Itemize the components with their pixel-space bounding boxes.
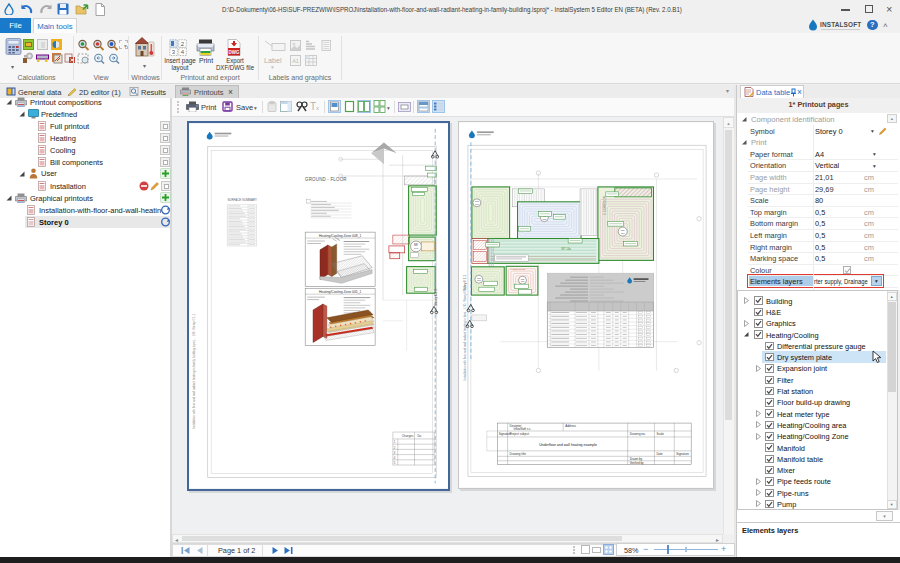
svg-text:Installation with floor and wa: Installation with floor and wall radiant… [463,285,467,380]
svg-text:Heating/Cooling Zone 008_1: Heating/Cooling Zone 008_1 [319,234,362,238]
svg-text:Storey 0 2.1: Storey 0 2.1 [434,289,438,306]
svg-text:GROUND - FLOOR: GROUND - FLOOR [305,177,347,182]
svg-text:1 Cold/Hot inst.: 1 Cold/Hot inst. [511,268,526,270]
svg-text:Changes: Changes [402,434,414,438]
svg-text:WT 14a: WT 14a [561,247,571,251]
svg-text:Da: Da [417,434,421,438]
svg-text:6 CORRIDOR: 6 CORRIDOR [603,196,607,215]
svg-text:Drawing title: Drawing title [510,452,527,456]
svg-text:Drawing no.: Drawing no. [630,432,646,436]
svg-text:Verified by: Verified by [630,461,644,465]
svg-text:Signature: Signature [676,452,689,456]
svg-text:Underfloor and wall heating ex: Underfloor and wall heating example [539,443,597,447]
svg-text:InstalSoft s.c.: InstalSoft s.c. [514,427,532,431]
svg-text:008: 008 [414,247,419,250]
svg-text:Scale: Scale [656,432,664,436]
svg-text:SURFACE SUMMARY: SURFACE SUMMARY [227,198,257,202]
svg-text:Address: Address [565,424,576,428]
svg-text:Heating/Cooling Zone 005_1: Heating/Cooling Zone 005_1 [319,290,362,294]
svg-text:Date: Date [656,452,663,456]
svg-text:Installation with floor and wa: Installation with floor and wall radiant… [192,313,196,429]
svg-text:DWG: DWG [229,50,240,55]
svg-text:Project subject: Project subject [510,432,530,436]
